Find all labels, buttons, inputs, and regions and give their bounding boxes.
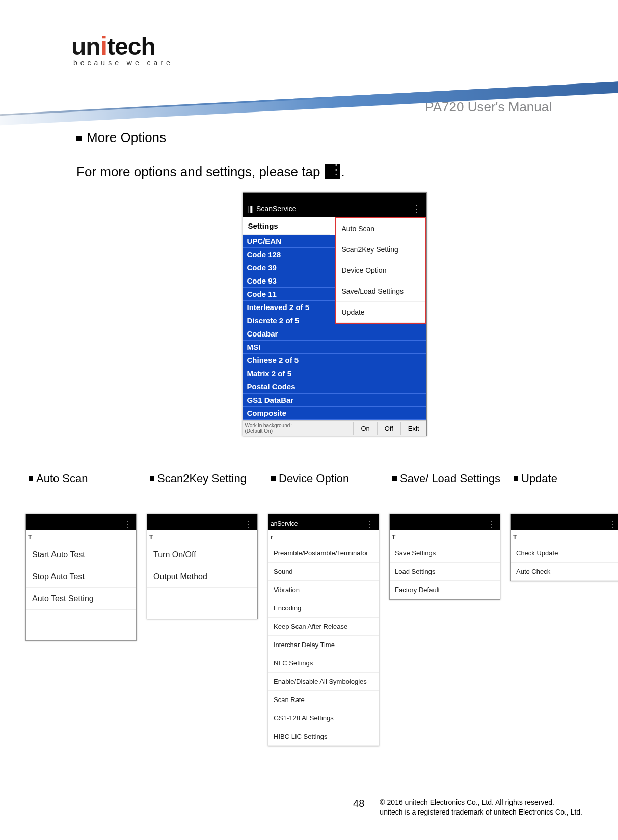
- mini-screenshot: ⋮TSave SettingsLoad SettingsFactory Defa…: [389, 514, 500, 600]
- screenshot-footer: Work in background : (Default On) On Off…: [243, 420, 426, 436]
- mini-tab-fragment: r: [268, 530, 275, 544]
- mini-tab-fragment: T: [390, 530, 397, 544]
- mini-title-bar: ⋮: [26, 518, 136, 530]
- column-title-text: Update: [521, 472, 557, 485]
- page-footer: 48 © 2016 unitech Electronics Co., Ltd. …: [0, 798, 582, 817]
- mini-screenshot: ⋮TCheck UpdateAuto Check: [510, 514, 618, 581]
- mini-menu-item[interactable]: Check Update: [511, 544, 618, 563]
- mini-status-bar: [26, 514, 136, 518]
- column-title: Auto Scan: [25, 472, 137, 507]
- footer-button-on[interactable]: On: [353, 422, 377, 435]
- section-heading: More Options: [76, 130, 593, 146]
- mini-menu-item[interactable]: Vibration: [268, 581, 379, 599]
- footer-button-exit[interactable]: Exit: [400, 422, 426, 435]
- symbology-row[interactable]: Composite: [243, 407, 426, 420]
- page-header: unitech because we care: [0, 0, 618, 97]
- overflow-menu-item[interactable]: Device Option: [336, 260, 425, 281]
- mini-menu-item[interactable]: Keep Scan After Release: [268, 618, 379, 636]
- page-number: 48: [353, 798, 364, 809]
- app-title: ||||ScanService: [248, 205, 297, 213]
- mini-menu-item[interactable]: Start Auto Test: [26, 544, 136, 566]
- overflow-menu-popup: Auto ScanScan2Key SettingDevice OptionSa…: [335, 217, 426, 324]
- overflow-menu-icon: [325, 164, 340, 179]
- mini-menu-popup: Preamble/Postamble/TerminatorSoundVibrat…: [268, 544, 379, 746]
- mini-tab-row: T: [511, 530, 618, 544]
- mini-title-bar: ⋮: [511, 518, 618, 530]
- column-title: Save/ Load Settings: [389, 472, 500, 507]
- mini-menu-item[interactable]: Output Method: [147, 566, 257, 588]
- option-column: Save/ Load Settings⋮TSave SettingsLoad S…: [389, 472, 500, 746]
- mini-title-bar: ⋮: [390, 518, 500, 530]
- mini-blank-space: [26, 610, 136, 640]
- overflow-menu-item[interactable]: Scan2Key Setting: [336, 239, 425, 260]
- footer-label: Work in background : (Default On): [243, 421, 354, 436]
- overflow-dots-icon[interactable]: ⋮: [487, 519, 496, 530]
- manual-page: unitech because we care PA720 User's Man…: [0, 0, 618, 840]
- mini-menu-item[interactable]: Enable/Disable All Symbologies: [268, 673, 379, 691]
- mini-menu-item[interactable]: Save Settings: [390, 544, 500, 563]
- bullet-square-icon: [271, 476, 276, 481]
- section-heading-text: More Options: [87, 130, 166, 145]
- copyright-block: © 2016 unitech Electronics Co., Ltd. All…: [380, 798, 582, 817]
- mini-menu-item[interactable]: Encoding: [268, 599, 379, 618]
- copyright-line-1: © 2016 unitech Electronics Co., Ltd. All…: [380, 798, 582, 807]
- overflow-dots-icon[interactable]: ⋮: [365, 519, 374, 530]
- mini-status-bar: [511, 514, 618, 518]
- mini-screenshot: ⋮TTurn On/OffOutput Method: [147, 514, 258, 619]
- tab-settings[interactable]: Settings: [243, 217, 330, 235]
- app-title-text: ScanService: [256, 205, 297, 213]
- bullet-square-icon: [150, 476, 154, 481]
- overflow-menu-item[interactable]: Auto Scan: [336, 218, 425, 239]
- main-screenshot: ||||ScanService ⋮ Settings UPC/EANCode 1…: [243, 192, 427, 436]
- mini-tab-fragment: T: [147, 530, 155, 544]
- mini-menu-popup: Start Auto TestStop Auto TestAuto Test S…: [26, 544, 136, 610]
- mini-menu-item[interactable]: Load Settings: [390, 563, 500, 581]
- mini-menu-item[interactable]: Turn On/Off: [147, 544, 257, 566]
- symbology-row[interactable]: MSI: [243, 341, 426, 354]
- overflow-dots-icon[interactable]: ⋮: [244, 519, 253, 530]
- mini-menu-item[interactable]: HIBC LIC Settings: [268, 727, 379, 746]
- mini-menu-item[interactable]: Auto Test Setting: [26, 588, 136, 610]
- bullet-square-icon: [514, 476, 518, 481]
- logo-text: unitech: [71, 33, 199, 61]
- copyright-line-2: unitech is a registered trademark of uni…: [380, 807, 582, 817]
- column-title-text: Device Option: [279, 472, 349, 485]
- mini-menu-item[interactable]: Preamble/Postamble/Terminator: [268, 544, 379, 563]
- mini-menu-item[interactable]: Interchar Delay Time: [268, 636, 379, 654]
- symbology-row[interactable]: Matrix 2 of 5: [243, 367, 426, 380]
- column-title: Scan2Key Setting: [147, 472, 258, 507]
- overflow-dots-icon[interactable]: ⋮: [123, 519, 132, 530]
- option-column: Device OptionanService⋮rPreamble/Postamb…: [268, 472, 379, 746]
- mini-menu-item[interactable]: Stop Auto Test: [26, 566, 136, 588]
- mini-menu-item[interactable]: Sound: [268, 563, 379, 581]
- footer-button-off[interactable]: Off: [377, 422, 400, 435]
- option-column: Update⋮TCheck UpdateAuto Check: [510, 472, 618, 746]
- mini-menu-item[interactable]: Scan Rate: [268, 691, 379, 709]
- overflow-dots-icon[interactable]: ⋮: [412, 203, 421, 214]
- mini-status-bar: [268, 514, 379, 518]
- mini-tab-row: r: [268, 530, 379, 544]
- mini-title-bar: anService⋮: [268, 518, 379, 530]
- overflow-menu-item[interactable]: Update: [336, 302, 425, 323]
- mini-menu-item[interactable]: GS1-128 AI Settings: [268, 709, 379, 727]
- option-column: Auto Scan⋮TStart Auto TestStop Auto Test…: [25, 472, 137, 746]
- symbology-row[interactable]: GS1 DataBar: [243, 394, 426, 407]
- mini-menu-item[interactable]: Auto Check: [511, 563, 618, 581]
- option-column: Scan2Key Setting⋮TTurn On/OffOutput Meth…: [147, 472, 258, 746]
- column-title-text: Scan2Key Setting: [157, 472, 247, 485]
- bullet-square-icon: [76, 136, 82, 141]
- symbology-row[interactable]: Chinese 2 of 5: [243, 354, 426, 367]
- option-columns: Auto Scan⋮TStart Auto TestStop Auto Test…: [25, 472, 593, 746]
- column-title: Update: [510, 472, 618, 507]
- overflow-menu-item[interactable]: Save/Load Settings: [336, 281, 425, 302]
- mini-title-bar: ⋮: [147, 518, 257, 530]
- column-title: Device Option: [268, 472, 379, 507]
- overflow-dots-icon[interactable]: ⋮: [608, 519, 617, 530]
- symbology-row[interactable]: Postal Codes: [243, 380, 426, 394]
- bullet-square-icon: [29, 476, 33, 481]
- mini-menu-item[interactable]: NFC Settings: [268, 654, 379, 673]
- symbology-row[interactable]: Codabar: [243, 327, 426, 341]
- column-title-text: Auto Scan: [36, 472, 88, 485]
- mini-menu-item[interactable]: Factory Default: [390, 581, 500, 599]
- app-title-bar: ||||ScanService ⋮: [243, 200, 426, 217]
